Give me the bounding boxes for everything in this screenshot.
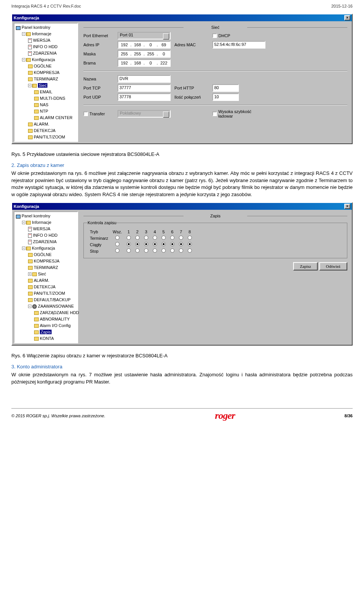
tree-item[interactable]: Sieć <box>38 272 46 276</box>
radio[interactable] <box>144 248 148 253</box>
name-input[interactable]: DVR <box>118 75 171 83</box>
tree-item[interactable]: NAS <box>40 102 49 107</box>
radio[interactable] <box>135 236 140 240</box>
tree-konfiguracja[interactable]: Konfiguracja <box>32 246 55 250</box>
radio[interactable] <box>170 248 174 253</box>
tree-item[interactable]: OGÓLNE <box>34 252 52 257</box>
tree-item[interactable]: NTP <box>40 109 48 113</box>
radio-selected[interactable] <box>144 242 148 246</box>
save-button[interactable]: Zapisz <box>293 262 318 270</box>
radio-selected[interactable] <box>170 242 174 246</box>
tree-item[interactable]: TERMINARZ <box>34 265 58 270</box>
radio-selected[interactable] <box>135 242 140 246</box>
tree-item[interactable]: WERSJA <box>33 38 50 42</box>
tree-item[interactable]: MULTI-DDNS <box>40 96 65 101</box>
tree-item[interactable]: DETEKCJA <box>34 128 55 133</box>
row-label: Terminarz <box>88 235 110 241</box>
tree-item[interactable]: ALARM CENTER <box>40 115 72 120</box>
collapse-icon[interactable]: − <box>22 32 25 36</box>
collapse-icon[interactable]: − <box>22 221 25 224</box>
folder-icon <box>28 77 33 81</box>
tree-root[interactable]: Panel kontrolny <box>22 25 50 30</box>
tree-zapis-selected[interactable]: Zapis <box>40 330 52 334</box>
radio[interactable] <box>135 248 140 253</box>
http-input[interactable]: 80 <box>212 84 239 92</box>
radio[interactable] <box>170 236 174 240</box>
radio[interactable] <box>179 248 183 253</box>
tree-konfiguracja[interactable]: Konfiguracja <box>32 57 55 62</box>
collapse-icon[interactable]: − <box>22 58 25 61</box>
radio-selected[interactable] <box>153 242 157 246</box>
tree-item[interactable]: TERMINARZ <box>34 77 58 81</box>
tree-item[interactable]: KOMPRESJA <box>34 259 60 263</box>
page-number: 8/36 <box>345 413 353 418</box>
refresh-button[interactable]: Odśwież <box>319 262 348 270</box>
tree-item[interactable]: DETEKCJA <box>34 285 55 289</box>
radio[interactable] <box>115 236 119 240</box>
mac-input[interactable]: 52:54:4c:f8:6c:97 <box>212 41 265 49</box>
folder-icon <box>28 279 33 283</box>
radio-selected[interactable] <box>188 242 192 246</box>
radio-selected[interactable] <box>162 242 166 246</box>
collapse-icon[interactable]: − <box>28 305 31 308</box>
tree-item[interactable]: Alarm I/O Config <box>40 323 71 328</box>
sheet-icon <box>28 45 32 49</box>
expand-icon[interactable]: + <box>28 272 31 276</box>
conn-input[interactable]: 10 <box>212 93 239 101</box>
radio[interactable] <box>162 236 166 240</box>
radio[interactable] <box>127 236 131 240</box>
col-header: 7 <box>177 229 185 235</box>
tree-item[interactable]: KOMPRESJA <box>34 70 60 75</box>
radio[interactable] <box>153 248 157 253</box>
tree-item[interactable]: ALARM. <box>34 122 49 126</box>
collapse-icon[interactable]: − <box>22 247 25 250</box>
tree-item[interactable]: EMAIL <box>40 90 52 94</box>
radio[interactable] <box>144 236 148 240</box>
ip-input[interactable]: 192.168.0.69 <box>118 41 171 49</box>
tree-item[interactable]: KONTA <box>40 336 54 341</box>
config-tree[interactable]: Panel kontrolny −Informacje WERSJA INFO … <box>14 23 78 142</box>
tree-item[interactable]: ZDARZENIA <box>33 51 56 55</box>
radio[interactable] <box>188 236 192 240</box>
mask-input[interactable]: 255.255.255.0 <box>118 50 171 58</box>
tree-item[interactable]: ZARZĄDZANIE HDD <box>40 310 79 315</box>
config-tree[interactable]: Panel kontrolny −Informacje WERSJA INFO … <box>14 211 78 343</box>
radio[interactable] <box>127 248 131 253</box>
dhcp-checkbox[interactable]: DHCP <box>212 33 265 38</box>
tree-siec-selected[interactable]: Sieć <box>38 83 47 88</box>
gateway-input[interactable]: 192.168.0.222 <box>118 59 171 67</box>
tree-item[interactable]: DEFAULT/BACKUP <box>34 297 71 302</box>
radio[interactable] <box>179 236 183 240</box>
tree-item[interactable]: OGÓLNE <box>34 64 52 68</box>
tree-item[interactable]: ABNORMALITY <box>40 317 70 321</box>
port-ethernet-select[interactable]: Port 01 <box>118 32 171 39</box>
tree-root[interactable]: Panel kontrolny <box>22 214 50 218</box>
radio[interactable] <box>115 248 119 253</box>
tree-item[interactable]: PAN/TILT/ZOOM <box>34 135 65 139</box>
label-conn: Ilość połączeń <box>174 95 209 99</box>
tree-zaawansowane[interactable]: ZAAWANSOWANE <box>38 304 74 308</box>
radio-selected[interactable] <box>127 242 131 246</box>
tree-item[interactable]: ZDARZENIA <box>33 239 56 244</box>
tree-item[interactable]: PAN/TILT/ZOOM <box>34 291 65 296</box>
tree-item[interactable]: INFO O HDD <box>33 44 58 49</box>
collapse-icon[interactable]: − <box>28 84 31 87</box>
radio-selected[interactable] <box>179 242 183 246</box>
radio[interactable] <box>115 242 119 246</box>
close-icon[interactable]: × <box>344 15 350 20</box>
tree-informacje[interactable]: Informacje <box>32 220 51 225</box>
transfer-checkbox[interactable]: Transfer <box>83 112 114 116</box>
udp-input[interactable]: 37778 <box>118 93 171 101</box>
radio[interactable] <box>153 236 157 240</box>
transfer-mode-select: Poklatkowy <box>118 110 171 118</box>
tree-item[interactable]: WERSJA <box>33 226 50 231</box>
tcp-input[interactable]: 37777 <box>118 84 171 92</box>
radio[interactable] <box>162 248 166 253</box>
col-header: 2 <box>133 229 142 235</box>
tree-informacje[interactable]: Informacje <box>32 31 51 36</box>
close-icon[interactable]: × <box>344 204 350 209</box>
radio[interactable] <box>188 248 192 253</box>
tree-item[interactable]: ALARM. <box>34 278 49 283</box>
tree-item[interactable]: INFO O HDD <box>33 233 58 237</box>
hispeed-checkbox[interactable]: Wysoka szybkość ładowar <box>212 109 265 118</box>
